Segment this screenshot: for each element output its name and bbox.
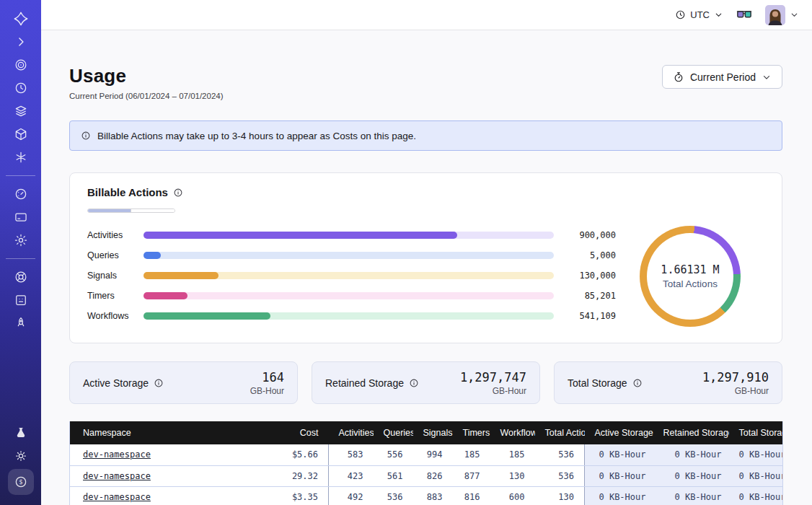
bar-row-queries: Queries 5,000: [87, 249, 616, 262]
tab-total[interactable]: Total: [88, 209, 131, 213]
page-content: Usage Current Period (06/01/2024 – 07/01…: [41, 30, 812, 505]
topbar: UTC: [41, 0, 812, 30]
active-storage-card: Active Storage 164 GB-Hour: [69, 361, 298, 404]
cell-cost: 29.32: [254, 465, 329, 486]
table-header-row: Namespace Cost Activities Queries Signal…: [70, 421, 783, 444]
bar-track: [144, 272, 554, 279]
sidebar-item-theme[interactable]: [8, 446, 34, 466]
cell-activities: 583: [329, 444, 374, 465]
sidebar-item-labs[interactable]: [8, 423, 34, 443]
sidebar-divider: [6, 258, 35, 259]
info-icon[interactable]: [154, 378, 164, 388]
tab-daily[interactable]: Daily: [131, 209, 175, 213]
namespace-link[interactable]: dev-namespace: [83, 449, 151, 460]
sidebar-item-usage-billing-active[interactable]: $: [8, 469, 34, 495]
schedules-clock-icon: [14, 81, 28, 95]
sidebar-item-batch[interactable]: [8, 124, 34, 144]
bar-label: Queries: [87, 250, 133, 260]
col-timers: Timers: [453, 421, 490, 444]
bar-fill: [144, 232, 457, 239]
donut-ring: 1.66131 M Total Actions: [640, 226, 741, 327]
sidebar-item-settings[interactable]: [8, 230, 34, 250]
retained-storage-value: 1,297,747: [460, 370, 526, 385]
bar-row-timers: Timers 85,201: [87, 289, 616, 302]
donut-total-label: Total Actions: [663, 278, 718, 289]
cell-cost: $5.66: [254, 444, 329, 465]
avatar: [765, 5, 785, 25]
svg-text:$: $: [19, 478, 22, 486]
cell-active-storage: 0 KB-Hour: [585, 486, 653, 505]
sidebar-item-support[interactable]: [8, 267, 34, 287]
period-selector-button[interactable]: Current Period: [662, 65, 782, 89]
cell-signals: 826: [413, 465, 453, 486]
sidebar-item-expand[interactable]: [8, 32, 34, 52]
bar-row-workflows: Workflows 541,109: [87, 309, 616, 322]
settings-gear-icon: [14, 233, 28, 247]
app-root: $ UTC Usage Current Period (06/01/20: [0, 0, 812, 505]
active-storage-label: Active Storage: [83, 377, 149, 389]
bar-value: 900,000: [564, 230, 616, 240]
storage-cards: Active Storage 164 GB-Hour Retained Stor…: [69, 361, 782, 404]
bar-row-signals: Signals 130,000: [87, 269, 616, 282]
bar-fill: [144, 312, 270, 320]
retained-storage-label: Retained Storage: [325, 377, 404, 389]
cube-icon: [14, 127, 28, 141]
cell-activities: 492: [329, 486, 374, 505]
chevron-right-icon: [14, 35, 28, 49]
layers-icon: [14, 104, 28, 118]
timezone-label: UTC: [690, 9, 710, 20]
cell-retained-storage: 0 KB-Hour: [653, 465, 729, 486]
stopwatch-icon: [673, 71, 684, 83]
timezone-dropdown[interactable]: UTC: [675, 9, 723, 20]
info-icon[interactable]: [409, 378, 419, 388]
retained-storage-unit: GB-Hour: [460, 386, 526, 396]
cell-retained-storage: 0 KB-Hour: [653, 486, 729, 505]
sidebar-item-deployments[interactable]: [8, 101, 34, 121]
cell-workflows: 130: [490, 465, 535, 486]
cell-active-storage: 0 KB-Hour: [585, 465, 653, 486]
glasses-icon: [736, 9, 752, 20]
sidebar-item-getting-started[interactable]: [8, 313, 34, 333]
feedback-glasses-button[interactable]: [736, 9, 752, 20]
bar-fill: [144, 272, 219, 279]
cell-retained-storage: 0 KB-Hour: [653, 444, 729, 465]
info-icon[interactable]: [632, 378, 643, 388]
clock-icon: [675, 9, 686, 20]
col-retained-storage: Retained Storage: [653, 421, 729, 444]
bar-label: Timers: [87, 291, 133, 301]
table-row: dev-namespace $3.35 492 536 883 816 600 …: [70, 486, 783, 505]
temporal-logo: [13, 11, 29, 27]
col-queries: Queries: [374, 421, 413, 444]
billable-info-icon[interactable]: [173, 188, 183, 198]
sidebar-item-schedules[interactable]: [8, 78, 34, 98]
total-storage-unit: GB-Hour: [702, 386, 769, 396]
cell-total-storage: 0 KB-Hour: [729, 486, 783, 505]
page-header: Usage Current Period (06/01/2024 – 07/01…: [69, 65, 782, 100]
total-storage-value: 1,297,910: [702, 370, 769, 385]
sidebar-item-namespaces[interactable]: [8, 55, 34, 75]
chevron-down-icon: [762, 72, 772, 82]
total-daily-toggle: Total Daily: [87, 208, 175, 213]
cell-total-actions: 130: [535, 486, 585, 505]
namespace-link[interactable]: dev-namespace: [83, 492, 151, 502]
donut-center: 1.66131 M Total Actions: [647, 233, 733, 320]
namespace-link[interactable]: dev-namespace: [83, 471, 151, 481]
sidebar-item-feedback[interactable]: [8, 290, 34, 310]
bar-track: [144, 252, 554, 259]
sidebar-item-nexus[interactable]: [8, 147, 34, 167]
bar-row-activities: Activities 900,000: [87, 229, 616, 242]
cell-total-actions: 536: [535, 465, 585, 486]
bar-value: 130,000: [564, 271, 616, 281]
sidebar-item-home[interactable]: [8, 9, 34, 29]
sidebar-item-billing[interactable]: [8, 207, 34, 227]
bar-fill: [144, 292, 187, 299]
col-total-actions: Total Actions: [535, 421, 585, 444]
account-menu[interactable]: [765, 5, 799, 25]
sidebar-item-usage[interactable]: [8, 184, 34, 204]
chevron-down-icon: [714, 10, 723, 19]
bar-chart: Activities 900,000 Queries 5,000 Signals: [87, 226, 616, 327]
billable-actions-chart: Activities 900,000 Queries 5,000 Signals: [87, 226, 764, 327]
bar-track: [144, 292, 554, 299]
period-selector-label: Current Period: [690, 71, 756, 83]
cell-timers: 877: [453, 465, 490, 486]
